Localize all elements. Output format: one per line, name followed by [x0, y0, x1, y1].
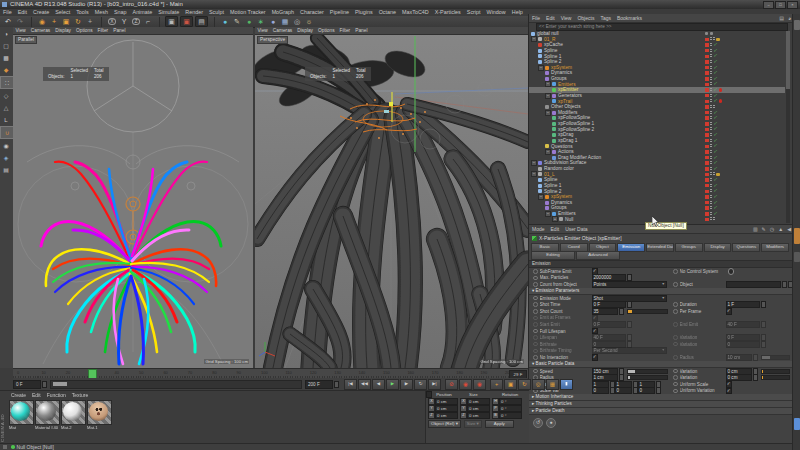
am-menu-icon-3[interactable]: ✎: [760, 225, 768, 233]
key-pla-button[interactable]: ▦: [546, 379, 559, 390]
vp-menu-cameras[interactable]: Cameras: [28, 27, 52, 34]
preview-range-slider[interactable]: [50, 380, 302, 389]
layer-color-chip[interactable]: [705, 156, 709, 160]
om-menu-tags[interactable]: Tags: [597, 14, 614, 22]
anim-dot-icon[interactable]: [673, 282, 678, 287]
edge-tab-help[interactable]: [794, 418, 800, 430]
value-field[interactable]: 0: [726, 341, 760, 348]
menu-plugins[interactable]: Plugins: [352, 9, 376, 16]
record-button[interactable]: ●: [546, 418, 556, 428]
layer-color-chip[interactable]: [705, 212, 709, 216]
enabled-check[interactable]: ✓: [713, 127, 717, 131]
tab-advanced[interactable]: Advanced: [576, 251, 620, 260]
value-field[interactable]: 0 F: [592, 321, 626, 328]
model-mode-button[interactable]: ▢: [0, 40, 12, 51]
add-spline-button[interactable]: ✎: [231, 17, 243, 27]
maximize-button[interactable]: □: [775, 1, 786, 9]
coord-field[interactable]: 0 °: [499, 405, 522, 412]
visibility-dots[interactable]: [710, 99, 712, 103]
checkbox[interactable]: ✓: [592, 354, 599, 361]
enabled-check[interactable]: ✓: [713, 43, 717, 47]
layer-color-chip[interactable]: [705, 55, 709, 59]
key-tag-icon[interactable]: [716, 173, 720, 177]
layer-color-chip[interactable]: [705, 122, 709, 126]
play-forwards-button[interactable]: ▶: [386, 379, 399, 390]
enabled-check[interactable]: ✓: [713, 184, 717, 188]
slider[interactable]: [761, 369, 791, 374]
om-scrollbar-thumb[interactable]: [786, 31, 790, 89]
visibility-dots[interactable]: [710, 66, 712, 70]
anim-dot-icon[interactable]: [533, 342, 538, 347]
add-camera-button[interactable]: ◎: [291, 17, 303, 27]
spinner[interactable]: [761, 341, 766, 348]
am-menu-icon-4[interactable]: ▥: [751, 225, 760, 233]
om-menu-icon-1[interactable]: ▤: [777, 14, 786, 22]
enabled-check[interactable]: ✓: [713, 201, 717, 205]
menu-sculpt[interactable]: Sculpt: [206, 9, 227, 16]
am-menu-user-data[interactable]: User Data: [562, 225, 591, 233]
am-menu-edit[interactable]: Edit: [548, 225, 563, 233]
checkbox[interactable]: ✓: [726, 381, 733, 388]
xp-tag-icon[interactable]: [719, 99, 723, 103]
material-preview[interactable]: [87, 400, 112, 425]
xparticles-panel-button[interactable]: ▮: [560, 379, 573, 390]
menu-create[interactable]: Create: [30, 9, 52, 16]
layer-color-chip[interactable]: [705, 128, 709, 132]
om-menu-file[interactable]: File: [529, 14, 543, 22]
menu-select[interactable]: Select: [52, 9, 73, 16]
material-preview[interactable]: [61, 400, 86, 425]
visibility-dots[interactable]: [710, 139, 712, 143]
am-menu-icon-1[interactable]: ▲: [776, 225, 785, 233]
visibility-dots[interactable]: [710, 71, 712, 75]
live-selection-button[interactable]: ◉: [36, 17, 48, 27]
visibility-dots[interactable]: [710, 212, 712, 216]
om-menu-view[interactable]: View: [558, 14, 575, 22]
previous-frame-button[interactable]: ◀: [372, 379, 385, 390]
enabled-check[interactable]: ✓: [713, 195, 717, 199]
layer-color-chip[interactable]: [705, 206, 709, 210]
anim-dot-icon[interactable]: [533, 369, 538, 374]
render-picture-viewer-button[interactable]: ▣: [180, 16, 193, 27]
vp-menu-options[interactable]: Options: [74, 27, 96, 34]
anim-dot-icon[interactable]: [533, 302, 538, 307]
visibility-dots[interactable]: [713, 105, 715, 109]
mat-menu-edit[interactable]: Edit: [29, 392, 44, 399]
om-menu-edit[interactable]: Edit: [543, 14, 558, 22]
menu-mesh[interactable]: Mesh: [92, 9, 111, 16]
coord-field[interactable]: 0 cm: [467, 398, 490, 405]
enabled-check[interactable]: ✓: [713, 54, 717, 58]
add-mograph-button[interactable]: ∗: [255, 17, 267, 27]
add-generator-button[interactable]: ●: [243, 17, 255, 27]
autokeying-button[interactable]: ◉: [459, 379, 472, 390]
am-menu-icon-2[interactable]: ◷: [768, 225, 776, 233]
visibility-dots[interactable]: [710, 206, 712, 210]
layout-tab-vertical[interactable]: CINEMA 4D: [0, 392, 8, 442]
mat-menu-create[interactable]: Create: [8, 392, 29, 399]
menu-pipeline[interactable]: Pipeline: [327, 9, 352, 16]
enabled-check[interactable]: ✓: [713, 60, 717, 64]
add-array-button[interactable]: ▦: [279, 17, 291, 27]
checkbox[interactable]: ✓: [726, 388, 733, 395]
visibility-dots[interactable]: [710, 133, 712, 137]
enabled-check[interactable]: ✓: [713, 150, 717, 154]
layer-color-chip[interactable]: [705, 88, 709, 92]
layer-color-chip[interactable]: [705, 83, 709, 87]
visibility-dots[interactable]: [710, 111, 712, 115]
visibility-dots[interactable]: [713, 172, 715, 176]
visibility-dots[interactable]: [710, 88, 712, 92]
menu-maxtoc4d[interactable]: MaxToC4D: [399, 9, 432, 16]
anim-dot-icon[interactable]: [533, 282, 538, 287]
enabled-check[interactable]: ✓: [713, 212, 717, 216]
menu-edit[interactable]: Edit: [15, 9, 30, 16]
visibility-dots[interactable]: [710, 201, 712, 205]
layer-color-chip[interactable]: [705, 66, 709, 70]
layer-color-chip[interactable]: [705, 161, 709, 165]
key-rotation-button[interactable]: ↻: [518, 379, 531, 390]
om-scrollbar[interactable]: [786, 31, 790, 223]
mat-menu-function[interactable]: Function: [44, 392, 69, 399]
radio-icon[interactable]: [728, 268, 735, 275]
render-settings-button[interactable]: ▤: [195, 16, 208, 27]
material-preview[interactable]: [35, 400, 60, 425]
visibility-dots[interactable]: [710, 116, 712, 120]
layer-color-chip[interactable]: [705, 43, 709, 47]
